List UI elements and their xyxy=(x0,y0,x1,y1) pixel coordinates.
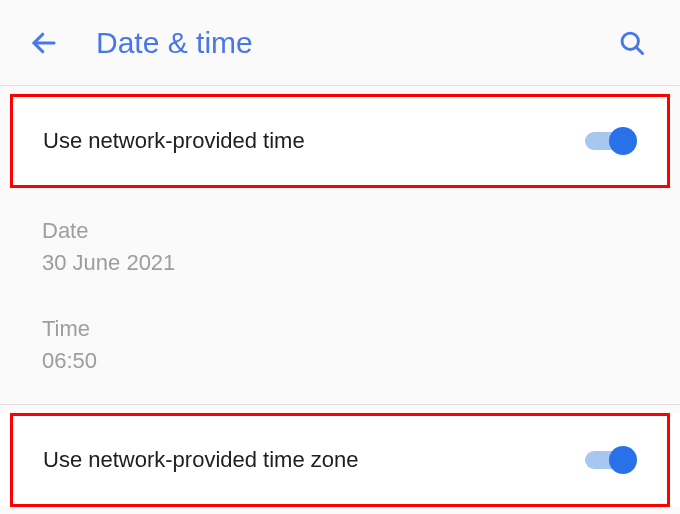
network-timezone-setting[interactable]: Use network-provided time zone xyxy=(10,413,670,507)
date-label: Date xyxy=(42,218,650,244)
network-time-setting[interactable]: Use network-provided time xyxy=(10,94,670,188)
time-section: Time 06:50 xyxy=(0,286,680,384)
network-timezone-label: Use network-provided time zone xyxy=(43,447,358,473)
toggle-thumb xyxy=(609,127,637,155)
back-icon[interactable] xyxy=(24,23,64,63)
svg-line-2 xyxy=(636,47,642,53)
date-section: Date 30 June 2021 xyxy=(0,188,680,286)
time-value: 06:50 xyxy=(42,348,650,374)
network-time-toggle[interactable] xyxy=(585,127,637,155)
content-area: Use network-provided time Date 30 June 2… xyxy=(0,94,680,507)
date-value: 30 June 2021 xyxy=(42,250,650,276)
toggle-thumb xyxy=(609,446,637,474)
search-icon[interactable] xyxy=(612,23,652,63)
section-divider xyxy=(0,404,680,405)
network-timezone-toggle[interactable] xyxy=(585,446,637,474)
network-time-label: Use network-provided time xyxy=(43,128,305,154)
page-title: Date & time xyxy=(96,26,612,60)
app-header: Date & time xyxy=(0,0,680,86)
time-label: Time xyxy=(42,316,650,342)
